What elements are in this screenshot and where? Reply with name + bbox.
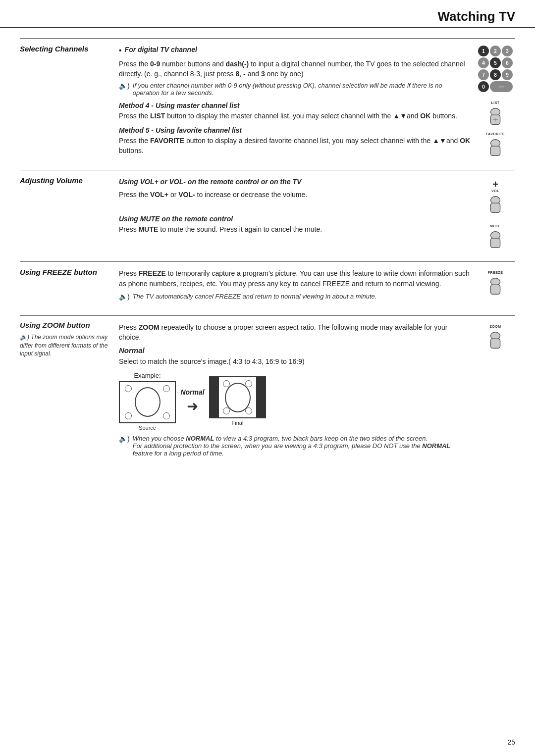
mute-text: Press MUTE to mute the sound. Press it a…	[119, 224, 471, 234]
selecting-channels-section: Selecting Channels • For digital TV chan…	[20, 38, 515, 165]
final-content	[210, 377, 265, 417]
main-content: Selecting Channels • For digital TV chan…	[0, 28, 535, 482]
final-diagram: Final	[209, 376, 266, 426]
fc-br	[245, 407, 252, 414]
adjusting-volume-section: Adjusting Volume Using VOL+ or VOL- on t…	[20, 170, 515, 256]
zoom-side-note: 🔈) The zoom mode options may differ from…	[20, 333, 119, 358]
zoom-hand-svg	[486, 329, 504, 350]
page-header: Watching TV	[0, 0, 535, 28]
favorite-hand-icon: FAVORITE	[486, 132, 505, 157]
btn-9: 9	[502, 69, 513, 80]
freeze-section: Using FREEZE button Press FREEZE to temp…	[20, 261, 515, 310]
digital-text: Press the 0-9 number buttons and dash(-)…	[119, 59, 471, 79]
method4-text: Press the LIST button to display the mas…	[119, 111, 471, 121]
freeze-label: Using FREEZE button	[20, 267, 119, 276]
example-label: Example:	[134, 372, 160, 379]
vol-plus-sign: +	[492, 179, 498, 189]
method5-title: Method 5 - Using favorite channel list	[119, 126, 471, 134]
svg-rect-5	[490, 146, 500, 155]
method5-text: Press the FAVORITE button to display a d…	[119, 136, 471, 156]
svg-rect-9	[490, 238, 500, 248]
page-number: 25	[507, 738, 515, 746]
speaker-icon-freeze: 🔈)	[119, 293, 130, 301]
arrow-block: Normal ➜	[180, 388, 205, 414]
favorite-hand-svg	[486, 137, 504, 157]
freeze-icon: FREEZE	[476, 267, 515, 296]
zoom-label-icon: ZOOM	[490, 325, 501, 328]
btn-4: 4	[478, 57, 489, 68]
vol-label: VOL	[491, 189, 499, 193]
source-label: Source	[139, 425, 156, 431]
final-box	[209, 376, 266, 418]
fc-tr	[245, 380, 252, 387]
btn-3: 3	[502, 46, 513, 56]
mute-hand-icon: MUTE	[486, 224, 504, 250]
source-content	[120, 382, 175, 422]
source-ellipse	[135, 387, 160, 417]
source-box	[119, 381, 176, 423]
zoom-section: Using ZOOM button 🔈) The zoom mode optio…	[20, 315, 515, 467]
speaker-icon-zoom: 🔈)	[20, 334, 29, 341]
btn-1: 1	[478, 46, 489, 56]
c-bl	[125, 412, 132, 419]
svg-rect-13	[490, 339, 500, 348]
zoom-label-col: Using ZOOM button 🔈) The zoom mode optio…	[20, 321, 119, 358]
normal-block: Normal Select to match the source's imag…	[119, 346, 471, 456]
freeze-hand-svg	[486, 275, 504, 296]
btn-2: 2	[490, 46, 501, 56]
adjusting-volume-label: Adjusting Volume	[20, 175, 119, 185]
btn-5: 5	[490, 57, 501, 68]
svg-rect-11	[490, 285, 500, 294]
freeze-note: 🔈) The TV automatically cancel FREEZE an…	[119, 293, 471, 301]
bullet-dot: •	[119, 46, 122, 56]
favorite-label: FAVORITE	[486, 132, 505, 136]
adjusting-volume-icons: + VOL MUTE	[476, 175, 515, 250]
btn-7: 7	[478, 69, 489, 80]
numpad: 1 2 3 4 5 6 7 8 9 0 —	[478, 46, 513, 92]
selecting-channels-content: • For digital TV channel Press the 0-9 n…	[119, 44, 476, 158]
list-hand-icon: LIST	[486, 101, 504, 126]
btn-0: 0	[478, 81, 489, 92]
speaker-icon-normal1: 🔈)	[119, 435, 130, 443]
btn-8: 8	[490, 69, 501, 80]
normal-arrow-label: Normal	[180, 388, 204, 396]
page-title: Watching TV	[20, 9, 515, 24]
zoom-icon: ZOOM	[476, 321, 515, 350]
zoom-hand-icon: ZOOM	[486, 325, 504, 350]
speaker-icon: 🔈)	[119, 82, 130, 90]
zoom-content: Press ZOOM repeatedly to choose a proper…	[119, 321, 476, 460]
normal-note1: 🔈) When you choose NORMAL to view a 4:3 …	[119, 435, 471, 457]
btn-dash: —	[490, 81, 513, 92]
freeze-text: Press FREEZE to temporarily capture a pr…	[119, 268, 471, 289]
svg-rect-7	[490, 203, 500, 212]
mute-hand-svg	[486, 229, 504, 250]
list-label: LIST	[491, 101, 499, 104]
arrow-right-icon: ➜	[187, 398, 198, 414]
btn-6: 6	[502, 57, 513, 68]
selecting-channels-label: Selecting Channels	[20, 44, 119, 53]
zoom-text: Press ZOOM repeatedly to choose a proper…	[119, 322, 471, 343]
mute-label: MUTE	[490, 224, 501, 228]
vol-title: Using VOL+ or VOL- on the remote control…	[119, 177, 471, 187]
list-hand-svg	[486, 105, 504, 126]
method4-title: Method 4 - Using master channel list	[119, 101, 471, 109]
normal-select-text: Select to match the source's image.( 4:3…	[119, 356, 471, 366]
digital-title: For digital TV channel	[125, 46, 197, 53]
selecting-channels-icons: 1 2 3 4 5 6 7 8 9 0 — LIST	[476, 44, 515, 157]
freeze-content: Press FREEZE to temporarily capture a pr…	[119, 267, 476, 303]
normal-label: Normal	[119, 346, 471, 354]
digital-note: 🔈) If you enter channel number with 0-9 …	[119, 82, 471, 97]
vol-hand-icon: + VOL	[486, 179, 504, 214]
fc-bl	[223, 407, 230, 414]
final-label: Final	[232, 420, 244, 426]
freeze-hand-icon: FREEZE	[486, 271, 504, 296]
c-br	[163, 412, 170, 419]
source-diagram: Example:	[119, 372, 176, 431]
zoom-main-label: Using ZOOM button	[20, 321, 119, 329]
c-tl	[125, 385, 132, 392]
c-tr	[163, 385, 170, 392]
adjusting-volume-content: Using VOL+ or VOL- on the remote control…	[119, 175, 476, 237]
diagram-row: Example:	[119, 372, 471, 431]
mute-title: Using MUTE on the remote control	[119, 215, 471, 223]
digital-bullet: • For digital TV channel	[119, 46, 471, 56]
